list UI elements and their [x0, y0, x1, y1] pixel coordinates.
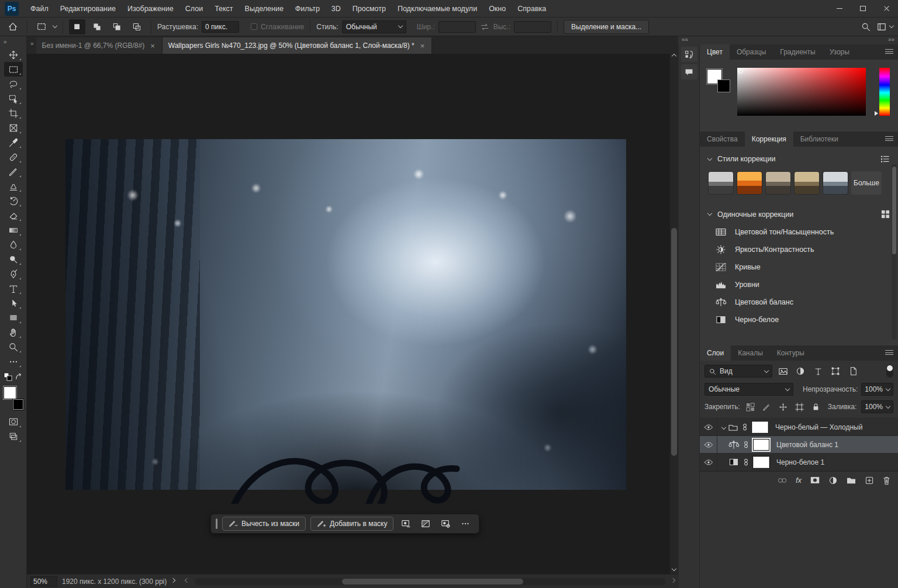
- menu-plugins[interactable]: Подключаемые модули: [392, 0, 483, 18]
- mask-settings-button[interactable]: [438, 517, 453, 531]
- swap-dimensions-icon[interactable]: [479, 23, 490, 31]
- menu-type[interactable]: Текст: [209, 0, 239, 18]
- background-color-swatch[interactable]: [717, 79, 730, 92]
- minimize-button[interactable]: [828, 0, 851, 18]
- hue-slider-marker[interactable]: [875, 111, 878, 116]
- adjustments-scroll-thumb[interactable]: [892, 167, 896, 254]
- horizontal-scrollbar[interactable]: [195, 578, 665, 585]
- collapse-dock-right-chevron[interactable]: »»: [888, 36, 894, 43]
- layer-mask-options-button[interactable]: [398, 517, 413, 531]
- selection-intersect-button[interactable]: [129, 19, 145, 34]
- layer-row-color-balance[interactable]: Цветовой баланс 1: [700, 436, 898, 454]
- width-input[interactable]: [438, 21, 476, 33]
- list-view-icon[interactable]: [880, 155, 890, 163]
- horizontal-scroll-thumb[interactable]: [342, 579, 523, 584]
- move-tool[interactable]: [4, 47, 23, 62]
- export-panel-button[interactable]: [681, 47, 697, 62]
- feather-input[interactable]: [202, 21, 239, 33]
- menu-filter[interactable]: Фильтр: [289, 0, 326, 18]
- more-presets-button[interactable]: Больше: [851, 171, 882, 195]
- menu-3d[interactable]: 3D: [326, 0, 347, 18]
- hue-slider[interactable]: [879, 68, 890, 116]
- spot-healing-tool[interactable]: [4, 150, 23, 164]
- tab-close-icon[interactable]: ×: [419, 41, 426, 50]
- adjustment-color-balance[interactable]: Цветовой баланс: [700, 293, 898, 311]
- tab-gradients[interactable]: Градиенты: [773, 44, 822, 60]
- dodge-tool[interactable]: [4, 252, 23, 267]
- style-select[interactable]: Обычный: [342, 20, 406, 33]
- status-popup-chevron[interactable]: [171, 578, 175, 583]
- adjustments-scrollbar[interactable]: [892, 164, 897, 340]
- blend-mode-select[interactable]: Обычные: [704, 383, 793, 396]
- swap-colors-icon[interactable]: [15, 372, 23, 381]
- lock-pixels-button[interactable]: [761, 402, 773, 412]
- history-brush-tool[interactable]: [4, 193, 23, 208]
- panel-menu-icon[interactable]: [885, 49, 893, 56]
- visibility-toggle[interactable]: [700, 454, 717, 471]
- tab-close-icon[interactable]: ×: [149, 41, 156, 50]
- blur-tool[interactable]: [4, 237, 23, 252]
- preset-thumbnail-1[interactable]: [708, 171, 734, 195]
- menu-select[interactable]: Выделение: [239, 0, 289, 18]
- object-selection-tool[interactable]: [4, 91, 23, 106]
- lock-transparency-button[interactable]: [745, 402, 757, 412]
- layer-style-button[interactable]: fx: [796, 476, 802, 485]
- lock-position-button[interactable]: [778, 402, 789, 412]
- foreground-color-swatch[interactable]: [4, 386, 16, 399]
- filter-pixel-layers-button[interactable]: [776, 365, 790, 378]
- saturation-brightness-field[interactable]: [737, 68, 866, 116]
- toolbar-collapse-chevron[interactable]: »: [4, 39, 6, 45]
- group-expand-chevron[interactable]: [721, 424, 726, 429]
- pen-tool[interactable]: [4, 267, 23, 281]
- single-adjustments-header[interactable]: Одиночные коррекции: [700, 198, 898, 223]
- vertical-scrollbar[interactable]: [670, 54, 678, 574]
- swap-colors-widget[interactable]: [4, 372, 23, 382]
- layer-filter-toggle[interactable]: [886, 365, 893, 378]
- layer-filter-select[interactable]: Вид: [704, 365, 772, 378]
- lasso-tool[interactable]: [4, 77, 23, 91]
- menu-edit[interactable]: Редактирование: [54, 0, 122, 18]
- select-and-mask-button[interactable]: Выделение и маска...: [564, 20, 649, 34]
- preset-thumbnail-2[interactable]: [737, 171, 762, 195]
- adjustment-hue-saturation[interactable]: Цветовой тон/Насыщенность: [700, 223, 898, 241]
- smoothing-checkbox[interactable]: [251, 23, 257, 30]
- fill-input[interactable]: 100%: [861, 400, 893, 413]
- chevron-down-icon[interactable]: [53, 23, 57, 28]
- selection-new-button[interactable]: [69, 19, 85, 34]
- rectangular-marquee-tool[interactable]: [4, 62, 23, 77]
- menu-window[interactable]: Окно: [483, 0, 512, 18]
- canvas-viewport[interactable]: Вычесть из маски Добавить в маску: [27, 54, 670, 574]
- document-image[interactable]: [65, 139, 626, 490]
- maximize-button[interactable]: [851, 0, 875, 18]
- adjustment-curves[interactable]: Кривые: [700, 258, 898, 276]
- scroll-right-arrow[interactable]: [671, 578, 675, 583]
- adjustment-black-white[interactable]: Черно-белое: [700, 311, 898, 328]
- scroll-down-arrow[interactable]: [672, 566, 676, 571]
- document-tab-wallpapers[interactable]: Wallpapers Girls №470_123.jpg @ 50% (Цве…: [163, 37, 433, 54]
- layer-row-group[interactable]: Черно-белый — Холодный: [700, 418, 898, 436]
- tab-libraries[interactable]: Библиотеки: [793, 132, 845, 147]
- frame-tool[interactable]: [4, 120, 23, 135]
- invert-mask-button[interactable]: [418, 517, 433, 531]
- tabbar-overflow-chevron[interactable]: »: [30, 40, 34, 47]
- path-selection-tool[interactable]: [4, 296, 23, 310]
- type-tool[interactable]: [4, 281, 23, 296]
- more-options-button[interactable]: [458, 517, 473, 531]
- comments-panel-button[interactable]: [681, 64, 697, 79]
- foreground-background-colors[interactable]: [4, 386, 23, 410]
- chevron-down-icon[interactable]: [889, 23, 894, 28]
- subtract-from-mask-button[interactable]: Вычесть из маски: [222, 517, 306, 531]
- home-button[interactable]: [5, 19, 21, 34]
- tab-paths[interactable]: Контуры: [770, 345, 811, 361]
- panel-menu-icon[interactable]: [885, 350, 893, 357]
- add-mask-icon[interactable]: [810, 476, 820, 485]
- visibility-toggle[interactable]: [700, 436, 717, 453]
- link-layers-icon[interactable]: [777, 476, 788, 485]
- search-button[interactable]: [857, 19, 873, 34]
- eyedropper-tool[interactable]: [4, 135, 23, 150]
- height-input[interactable]: [514, 21, 551, 33]
- screen-mode-button[interactable]: [4, 429, 23, 444]
- filter-adjustment-layers-button[interactable]: [793, 365, 807, 378]
- brush-tool[interactable]: [4, 164, 23, 179]
- tab-color[interactable]: Цвет: [700, 44, 730, 60]
